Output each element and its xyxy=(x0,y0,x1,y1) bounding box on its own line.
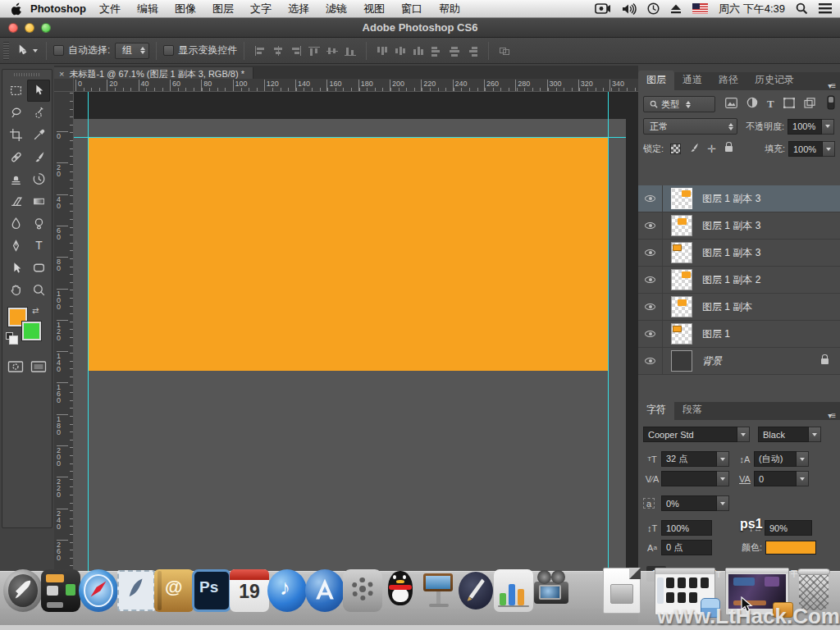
lock-transparent-pixels-icon[interactable] xyxy=(670,144,681,154)
horizontal-scale-field[interactable]: 90% xyxy=(765,520,812,536)
menubar-item[interactable]: 图层 xyxy=(204,2,242,16)
tab-paragraph[interactable]: 段落 xyxy=(674,400,710,420)
layer-visibility-toggle[interactable] xyxy=(638,294,663,320)
filter-shape-layers-icon[interactable] xyxy=(783,97,795,112)
apple-menu[interactable] xyxy=(11,2,22,16)
dock-item-qq[interactable] xyxy=(379,568,422,614)
dock-item-app-switcher[interactable] xyxy=(39,568,82,614)
tab-channels[interactable]: 通道 xyxy=(674,71,710,90)
history-brush-tool[interactable] xyxy=(27,168,50,190)
tab-layers[interactable]: 图层 xyxy=(638,71,674,90)
display-mirroring-icon[interactable] xyxy=(595,3,611,14)
auto-select-dropdown[interactable]: 组 xyxy=(115,43,149,59)
layer-visibility-toggle[interactable] xyxy=(638,240,663,266)
spot-healing-brush-tool[interactable] xyxy=(4,146,27,168)
brush-tool[interactable] xyxy=(27,146,50,168)
dock-item-launchpad[interactable] xyxy=(2,568,44,614)
dock-item-mail[interactable] xyxy=(115,568,158,614)
vertical-scale-field[interactable]: 100% xyxy=(661,520,712,536)
filter-smart-objects-icon[interactable] xyxy=(804,97,815,112)
distribute-left-edges-icon[interactable] xyxy=(430,45,443,57)
lock-position-icon[interactable]: ✛ xyxy=(707,143,716,155)
dodge-tool[interactable] xyxy=(27,212,50,235)
pen-tool[interactable] xyxy=(4,235,27,257)
dock-item-imovie[interactable] xyxy=(530,568,573,614)
input-language-flag-icon[interactable] xyxy=(692,3,708,14)
move-tool[interactable] xyxy=(27,80,50,102)
font-family-field[interactable]: Cooper Std xyxy=(643,427,737,442)
align-top-edges-icon[interactable] xyxy=(308,45,321,57)
quick-mask-mode-icon[interactable] xyxy=(7,360,24,377)
layer-row[interactable]: 图层 1 副本 xyxy=(638,294,840,321)
options-bar-grip[interactable] xyxy=(3,42,9,60)
font-style-dropdown[interactable] xyxy=(809,427,821,442)
rectangular-marquee-tool[interactable] xyxy=(4,80,27,102)
layer-visibility-toggle[interactable] xyxy=(638,321,663,347)
dock-item-system-preferences[interactable] xyxy=(341,568,384,614)
dock-item-calendar[interactable]: 19 xyxy=(228,568,271,614)
screen-mode-icon[interactable] xyxy=(30,360,47,377)
menubar-item[interactable]: 选择 xyxy=(280,2,317,16)
volume-icon[interactable] xyxy=(622,3,637,15)
window-title-bar[interactable]: Adobe Photoshop CS6 xyxy=(0,18,840,38)
menubar-item[interactable]: 文件 xyxy=(91,2,129,16)
menubar-item[interactable]: 帮助 xyxy=(431,2,468,16)
fill-field[interactable]: 100% xyxy=(788,141,823,157)
auto-align-layers-icon[interactable] xyxy=(498,45,511,57)
eject-icon[interactable] xyxy=(670,3,682,14)
menubar-item[interactable]: 图像 xyxy=(167,2,204,16)
opacity-dropdown-button[interactable] xyxy=(822,119,834,135)
zoom-tool[interactable] xyxy=(27,279,50,301)
vertical-ruler[interactable]: 020406080100120140160180200220240260280 xyxy=(54,92,74,574)
close-tab-icon[interactable]: × xyxy=(59,69,64,79)
active-app-name[interactable]: Photoshop xyxy=(30,2,86,15)
kerning-field[interactable] xyxy=(661,471,717,486)
show-transform-controls-checkbox[interactable] xyxy=(163,45,174,56)
tsume-dropdown[interactable] xyxy=(717,495,729,511)
lock-image-pixels-icon[interactable] xyxy=(688,142,700,157)
spotlight-search-icon[interactable] xyxy=(796,2,808,15)
distribute-bottom-edges-icon[interactable] xyxy=(412,45,425,57)
align-horizontal-centers-icon[interactable] xyxy=(272,45,285,57)
clone-stamp-tool[interactable] xyxy=(4,168,27,190)
notification-center-icon[interactable] xyxy=(819,3,832,14)
type-tool[interactable]: T xyxy=(27,235,50,257)
font-family-dropdown[interactable] xyxy=(737,427,750,442)
font-size-field[interactable]: 32 点 xyxy=(661,451,717,467)
menubar-item[interactable]: 文字 xyxy=(242,2,280,16)
dock-item-photoshop[interactable]: Ps xyxy=(190,568,233,614)
eraser-tool[interactable] xyxy=(4,190,27,212)
horizontal-ruler[interactable]: 0204060801001201401601802002202402602803… xyxy=(74,79,638,92)
current-tool-icon[interactable] xyxy=(16,43,38,57)
distribute-top-edges-icon[interactable] xyxy=(376,45,389,57)
default-colors-icon[interactable] xyxy=(6,332,13,340)
dock-item-app-store[interactable] xyxy=(304,568,346,614)
lasso-tool[interactable] xyxy=(4,102,27,124)
font-style-field[interactable]: Black xyxy=(758,427,809,442)
layer-row[interactable]: 图层 1 副本 3 xyxy=(638,185,840,212)
panel-menu-icon[interactable]: ▾≡ xyxy=(828,411,835,420)
baseline-shift-field[interactable]: 0 点 xyxy=(661,540,712,555)
filter-type-select[interactable]: 类型 xyxy=(643,96,715,112)
tsume-field[interactable]: 0% xyxy=(661,495,717,511)
eyedropper-tool[interactable] xyxy=(27,124,50,146)
filter-adjustment-layers-icon[interactable] xyxy=(746,97,758,112)
fill-dropdown-button[interactable] xyxy=(823,141,835,157)
swap-colors-icon[interactable]: ⇄ xyxy=(32,306,39,315)
distribute-vertical-centers-icon[interactable] xyxy=(394,45,407,57)
background-color-swatch[interactable] xyxy=(22,322,41,340)
tab-character[interactable]: 字符 xyxy=(638,400,674,420)
text-color-swatch[interactable] xyxy=(765,541,816,555)
zoom-window-button[interactable] xyxy=(41,23,51,33)
canvas-viewport[interactable] xyxy=(74,92,638,574)
layer-row[interactable]: 背景 xyxy=(638,348,840,375)
menu-clock[interactable]: 周六 下午4:39 xyxy=(719,2,785,16)
layer-visibility-toggle[interactable] xyxy=(638,348,663,374)
minimize-window-button[interactable] xyxy=(25,23,34,33)
menubar-item[interactable]: 滤镜 xyxy=(317,2,355,16)
path-selection-tool[interactable] xyxy=(4,257,27,279)
gradient-tool[interactable] xyxy=(27,190,50,212)
guide-vertical-right[interactable] xyxy=(608,92,609,574)
dock-item-document-file[interactable] xyxy=(599,568,645,615)
dock-item-contacts[interactable]: @ xyxy=(153,568,195,614)
